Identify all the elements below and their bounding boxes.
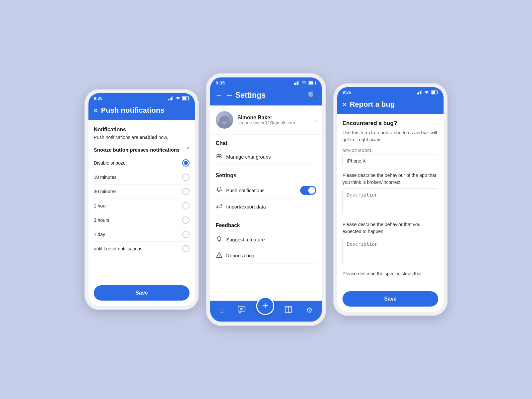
save-button-1[interactable]: Save: [94, 285, 190, 301]
push-notifications-content: Notifications Push notifications are ena…: [88, 120, 195, 280]
manage-chat-groups-item[interactable]: Manage chat groups: [216, 150, 316, 165]
radio-button[interactable]: [182, 159, 190, 167]
signal-icon: [294, 80, 300, 85]
radio-button[interactable]: [182, 188, 190, 195]
push-notifications-item[interactable]: Push notifications: [216, 182, 316, 200]
battery-icon: [182, 96, 190, 100]
chat-section-heading: Chat: [216, 140, 316, 146]
push-notifications-title: × Push notifications: [94, 106, 164, 115]
radio-item-30min[interactable]: 30 minutes: [94, 185, 190, 199]
user-profile[interactable]: Simone Baker simone.baker92@gmail.com ›: [210, 106, 322, 135]
bottom-nav: ⌂ + ⚙: [210, 301, 322, 322]
settings-header-title: ← Settings: [225, 91, 266, 100]
radio-label: 1 hour: [94, 203, 107, 208]
svg-rect-10: [298, 80, 299, 85]
settings-section: Settings Push notifications: [210, 167, 322, 216]
feedback-section: Feedback Suggest a feature: [210, 216, 322, 266]
user-info: Simone Baker simone.baker92@gmail.com: [237, 114, 310, 126]
battery-icon: [309, 80, 316, 85]
radio-button[interactable]: [182, 216, 190, 224]
notifications-description: Push notifications are enabled now.: [94, 135, 190, 140]
svg-rect-32: [432, 91, 435, 94]
device-model-label: DEVICE MODEL: [342, 149, 438, 153]
status-bar-3: 9:35: [337, 87, 444, 97]
home-nav-button[interactable]: ⌂: [216, 305, 227, 317]
encountered-bug-desc: Use this form to report a bug to us and …: [342, 129, 438, 143]
suggest-feature-label: Suggest a feature: [226, 237, 265, 242]
search-icon[interactable]: 🔍: [308, 91, 316, 100]
book-nav-button[interactable]: [281, 304, 296, 317]
signal-icon: [417, 90, 422, 94]
svg-rect-29: [420, 91, 421, 94]
expected-textarea[interactable]: [342, 238, 438, 264]
chat-nav-button[interactable]: [234, 304, 249, 317]
status-time-3: 9:35: [342, 90, 351, 95]
report-bug-content: Encountered a bug? Use this form to repo…: [337, 114, 444, 286]
phone-push-notifications: 9:35 × Push notifications Notifications: [84, 89, 199, 310]
svg-point-14: [217, 155, 219, 157]
radio-button[interactable]: [182, 231, 190, 238]
radio-item-disable-snooze[interactable]: Disable snooze: [94, 156, 190, 170]
plus-icon: +: [262, 301, 268, 311]
radio-label: 1 day: [94, 232, 105, 237]
radio-button[interactable]: [182, 174, 190, 181]
import-export-item[interactable]: Import/export data: [216, 200, 316, 214]
behaviour-description: Please describe the behaviour of the app…: [342, 172, 438, 186]
svg-rect-27: [417, 93, 418, 94]
report-bug-header: × Report a bug: [337, 97, 444, 114]
save-button-3[interactable]: Save: [342, 291, 438, 307]
push-notifications-label: Push notifications: [226, 188, 264, 193]
avatar: [216, 111, 233, 129]
chat-section: Chat Manage chat groups: [210, 135, 322, 167]
item-left: Push notifications: [216, 187, 265, 194]
report-bug-item[interactable]: Report a bug: [216, 248, 316, 264]
close-icon-1[interactable]: ×: [94, 107, 98, 114]
svg-rect-6: [189, 97, 190, 99]
item-left: Manage chat groups: [216, 154, 271, 160]
settings-nav-button[interactable]: ⚙: [302, 305, 316, 317]
wifi-icon: [301, 80, 307, 85]
suggest-feature-item[interactable]: Suggest a feature: [216, 232, 316, 248]
settings-section-heading: Settings: [216, 172, 316, 178]
radio-button[interactable]: [182, 202, 190, 209]
warning-icon: [216, 252, 223, 259]
report-bug-label: Report a bug: [226, 253, 254, 259]
back-button[interactable]: ← ← Settings: [216, 91, 266, 100]
fab-button[interactable]: +: [256, 297, 274, 315]
radio-item-1day[interactable]: 1 day: [94, 227, 190, 242]
bulb-icon: [216, 236, 223, 243]
manage-chat-groups-label: Manage chat groups: [226, 154, 271, 160]
radio-item-1hour[interactable]: 1 hour: [94, 199, 190, 213]
import-export-label: Import/export data: [226, 204, 266, 210]
status-bar-1: 9:35: [88, 93, 195, 103]
radio-button[interactable]: [182, 245, 190, 252]
push-notifications-toggle[interactable]: [300, 186, 316, 195]
radio-list: Disable snooze 10 minutes 30 minutes: [94, 156, 190, 256]
status-bar-2: 9:35: [210, 77, 322, 87]
radio-item-until-reset[interactable]: until I reset notifications: [94, 242, 190, 256]
chevron-up-icon[interactable]: ^: [187, 147, 190, 153]
feedback-section-heading: Feedback: [216, 222, 316, 228]
svg-rect-7: [294, 83, 295, 85]
push-notifications-screen: 9:35 × Push notifications Notifications: [88, 93, 195, 306]
svg-rect-3: [172, 96, 173, 100]
radio-label: 3 hours: [94, 217, 109, 223]
push-notifications-header: × Push notifications: [88, 103, 195, 120]
status-time-1: 9:35: [94, 96, 102, 101]
device-model-input[interactable]: [342, 155, 438, 167]
transfer-icon: [216, 204, 223, 210]
snooze-header: Snooze button presses notifications ^: [94, 147, 190, 153]
svg-point-15: [219, 155, 221, 157]
radio-item-10min[interactable]: 10 minutes: [94, 170, 190, 185]
snooze-title: Snooze button presses notifications: [94, 147, 180, 153]
item-left: Suggest a feature: [216, 236, 265, 243]
item-left: Report a bug: [216, 252, 255, 259]
phone-report-bug: 9:35 × Report a bug Encountered a bug? U: [333, 83, 448, 316]
close-icon-3[interactable]: ×: [342, 101, 346, 108]
settings-screen: 9:35 ← ← Settings 🔍: [210, 77, 322, 322]
radio-item-3hours[interactable]: 3 hours: [94, 213, 190, 227]
behaviour-textarea[interactable]: [342, 189, 438, 215]
svg-rect-22: [238, 306, 245, 311]
notifications-section-title: Notifications: [94, 127, 190, 133]
wifi-icon: [424, 90, 429, 94]
